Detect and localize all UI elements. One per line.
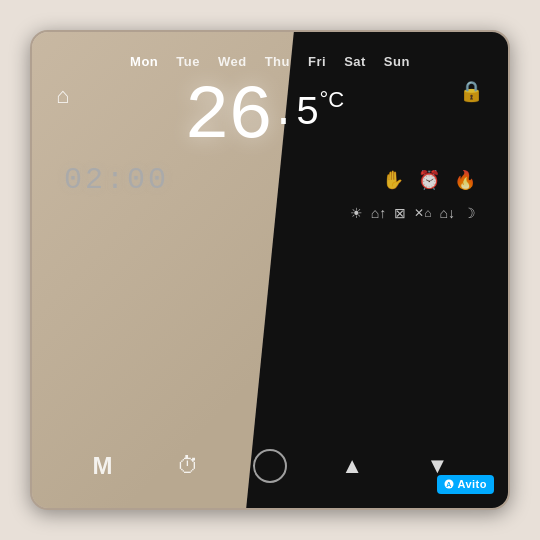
day-fri[interactable]: Fri <box>308 54 326 69</box>
clock-button[interactable]: ⏱ <box>168 446 208 486</box>
time-display: 02:00 <box>64 163 169 197</box>
main-display: ⌂ 26 .5 °C 🔒 <box>56 79 484 155</box>
middle-row: 02:00 ✋ ⏰ 🔥 <box>56 163 484 197</box>
program-row: ☀ ⌂↑ ⊠ ✕⌂ ⌂↓ ☽ <box>56 205 484 221</box>
hand-icon: ✋ <box>382 169 404 191</box>
schedule-icon: ⏰ <box>418 169 440 191</box>
away2-prog-icon: ✕⌂ <box>414 206 431 220</box>
away1-prog-icon: ⊠ <box>394 205 406 221</box>
main-content: Mon Tue Wed Thu Fri Sat Sun ⌂ 26 .5 °C 🔒 <box>32 32 508 508</box>
avito-badge: A Avito <box>437 475 494 494</box>
thermostat-device: Mon Tue Wed Thu Fri Sat Sun ⌂ 26 .5 °C 🔒 <box>30 30 510 510</box>
lock-icon: 🔒 <box>459 80 484 102</box>
up-button[interactable]: ▲ <box>332 446 372 486</box>
middle-icons: ✋ ⏰ 🔥 <box>382 169 476 191</box>
day-mon[interactable]: Mon <box>130 54 158 69</box>
circle-button[interactable] <box>253 449 287 483</box>
avito-label: A Avito <box>444 478 487 490</box>
svg-text:A: A <box>447 481 453 488</box>
day-sun[interactable]: Sun <box>384 54 410 69</box>
home-icon: ⌂ <box>56 83 69 109</box>
day-tue[interactable]: Tue <box>176 54 200 69</box>
temp-decimal: .5 <box>271 91 319 136</box>
lock-area: 🔒 <box>459 79 484 103</box>
day-sat[interactable]: Sat <box>344 54 366 69</box>
home1-prog-icon: ⌂↑ <box>371 205 386 221</box>
moon-prog-icon: ☽ <box>463 205 476 221</box>
mode-button[interactable]: M <box>83 446 123 486</box>
home2-prog-icon: ⌂↓ <box>440 205 455 221</box>
temp-unit: °C <box>319 87 344 113</box>
sun-prog-icon: ☀ <box>350 205 363 221</box>
day-row: Mon Tue Wed Thu Fri Sat Sun <box>56 54 484 69</box>
flame-icon: 🔥 <box>454 169 476 191</box>
temp-integer: 26 <box>184 79 271 155</box>
day-thu[interactable]: Thu <box>265 54 290 69</box>
temperature-display: 26 .5 °C <box>69 79 459 155</box>
day-wed[interactable]: Wed <box>218 54 247 69</box>
home-icon-area: ⌂ <box>56 79 69 109</box>
